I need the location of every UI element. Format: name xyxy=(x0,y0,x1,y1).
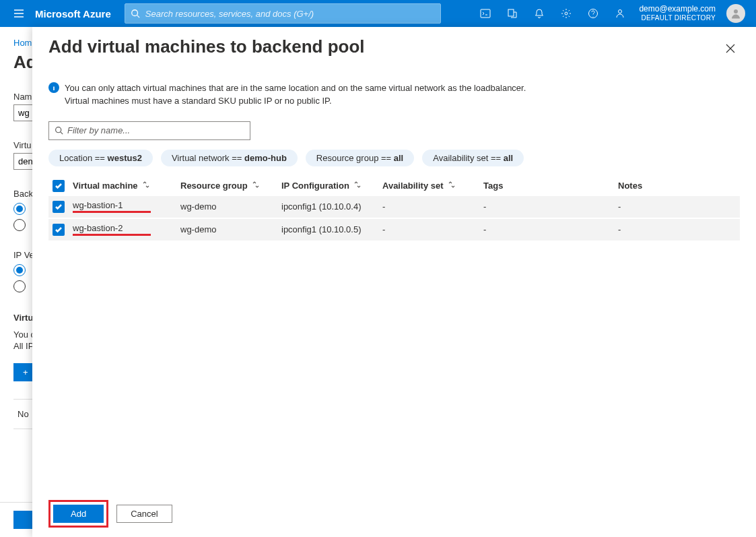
panel: Add virtual machines to backend pool You… xyxy=(32,27,756,537)
panel-title: Add virtual machines to backend pool xyxy=(48,36,721,57)
bg-radio-2[interactable] xyxy=(13,219,26,231)
search-wrap xyxy=(125,3,441,24)
vm-rg: wg-demo xyxy=(180,224,281,234)
add-button[interactable]: Add xyxy=(53,505,104,523)
info-line2: Virtual machines must have a standard SK… xyxy=(65,96,332,106)
user-block[interactable]: demo@example.com DEFAULT DIRECTORY xyxy=(633,5,721,22)
sort-icon xyxy=(353,181,362,191)
col-tags[interactable]: Tags xyxy=(483,181,618,191)
bg-radio-3[interactable] xyxy=(13,264,26,276)
user-email: demo@example.com xyxy=(639,5,716,14)
col-avail[interactable]: Availability set xyxy=(382,181,483,191)
panel-body: You can only attach virtual machines tha… xyxy=(32,63,756,491)
vm-avail: - xyxy=(382,224,483,234)
cloud-shell-icon[interactable] xyxy=(472,0,499,27)
svg-point-0 xyxy=(132,10,138,16)
menu-icon[interactable] xyxy=(5,8,32,19)
global-search-input[interactable] xyxy=(145,9,435,19)
sort-icon xyxy=(448,181,456,191)
sort-icon xyxy=(252,181,260,191)
settings-icon[interactable] xyxy=(553,0,580,27)
svg-point-3 xyxy=(565,12,568,15)
svg-point-10 xyxy=(56,127,61,133)
avatar[interactable] xyxy=(726,4,745,23)
select-all-checkbox[interactable] xyxy=(53,180,65,192)
svg-point-6 xyxy=(734,9,738,13)
svg-point-5 xyxy=(619,10,622,13)
user-directory: DEFAULT DIRECTORY xyxy=(642,14,716,22)
cancel-button[interactable]: Cancel xyxy=(116,505,172,523)
top-bar: Microsoft Azure demo@example.com DEFAULT… xyxy=(0,0,756,27)
sort-icon xyxy=(142,181,150,191)
info-banner: You can only attach virtual machines tha… xyxy=(48,82,740,108)
notifications-icon[interactable] xyxy=(526,0,553,27)
svg-rect-2 xyxy=(508,9,514,16)
vm-notes: - xyxy=(618,224,740,234)
vm-table: Virtual machine Resource group IP Config… xyxy=(48,176,740,241)
col-notes[interactable]: Notes xyxy=(618,181,740,191)
feedback-icon[interactable] xyxy=(607,0,633,27)
svg-point-9 xyxy=(53,84,55,86)
pill-vnet[interactable]: Virtual network == demo-hub xyxy=(161,150,298,166)
vm-ip: ipconfig1 (10.10.0.4) xyxy=(281,201,382,212)
vm-tags: - xyxy=(483,224,618,234)
info-text: You can only attach virtual machines tha… xyxy=(65,82,526,108)
directory-icon[interactable] xyxy=(499,0,526,27)
table-row[interactable]: wg-bastion-2 wg-demo ipconfig1 (10.10.0.… xyxy=(48,219,740,241)
col-vm[interactable]: Virtual machine xyxy=(73,181,180,191)
help-icon[interactable] xyxy=(580,0,607,27)
vm-name: wg-bastion-1 xyxy=(73,200,151,213)
pill-rg[interactable]: Resource group == all xyxy=(306,150,414,166)
brand-label: Microsoft Azure xyxy=(32,8,125,20)
filter-box[interactable] xyxy=(48,121,250,140)
vm-name: wg-bastion-2 xyxy=(73,223,151,236)
filter-pills: Location == westus2 Virtual network == d… xyxy=(48,150,740,166)
highlight-add: Add xyxy=(48,500,108,528)
info-icon xyxy=(48,82,59,93)
close-icon[interactable] xyxy=(721,39,740,58)
info-line1: You can only attach virtual machines tha… xyxy=(65,83,526,93)
col-ip[interactable]: IP Configuration xyxy=(281,181,382,191)
global-search[interactable] xyxy=(125,3,441,24)
svg-rect-1 xyxy=(481,9,490,18)
vm-ip: ipconfig1 (10.10.0.5) xyxy=(281,224,382,234)
row-checkbox[interactable] xyxy=(53,201,65,213)
search-icon xyxy=(55,126,63,135)
svg-rect-8 xyxy=(53,87,55,91)
pill-location[interactable]: Location == westus2 xyxy=(48,150,153,166)
panel-footer: Add Cancel xyxy=(32,491,756,537)
bg-radio-4[interactable] xyxy=(13,280,26,292)
vm-avail: - xyxy=(382,201,483,212)
panel-header: Add virtual machines to backend pool xyxy=(32,27,756,63)
row-checkbox[interactable] xyxy=(53,224,65,236)
table-row[interactable]: wg-bastion-1 wg-demo ipconfig1 (10.10.0.… xyxy=(48,196,740,218)
col-rg[interactable]: Resource group xyxy=(180,181,281,191)
top-right: demo@example.com DEFAULT DIRECTORY xyxy=(472,0,751,27)
vm-tags: - xyxy=(483,201,618,212)
table-header: Virtual machine Resource group IP Config… xyxy=(48,176,740,196)
filter-input[interactable] xyxy=(67,125,244,135)
pill-avail[interactable]: Availability set == all xyxy=(422,150,524,166)
vm-rg: wg-demo xyxy=(180,201,281,212)
vm-notes: - xyxy=(618,201,740,212)
bg-radio-1[interactable] xyxy=(13,203,26,215)
